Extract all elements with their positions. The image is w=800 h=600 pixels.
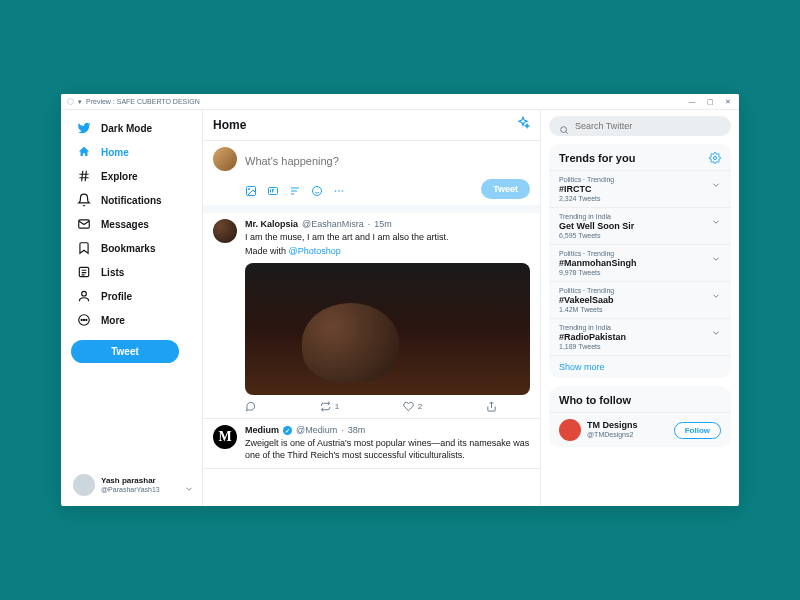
chevron-down-icon[interactable]: [711, 287, 721, 297]
account-avatar: [73, 474, 95, 496]
chevron-down-icon[interactable]: [711, 176, 721, 186]
trend-item[interactable]: Trending in IndiaGet Well Soon Sir6,595 …: [549, 207, 731, 244]
more-icon: [77, 313, 91, 327]
show-more-link[interactable]: Show more: [549, 355, 731, 378]
trend-item[interactable]: Politics · Trending#IRCTC2,324 Tweets: [549, 170, 731, 207]
sidebar-item-label: Profile: [101, 291, 132, 302]
twitter-logo-icon: [77, 121, 91, 135]
svg-point-4: [81, 319, 82, 320]
tweet-media[interactable]: [245, 263, 530, 395]
sidebar-item-home[interactable]: Home: [71, 140, 196, 164]
main-column: Home Tweet: [203, 110, 541, 506]
sidebar-item-lists[interactable]: Lists: [71, 260, 196, 284]
sidebar-item-bookmarks[interactable]: Bookmarks: [71, 236, 196, 260]
sidebar-item-label: Home: [101, 147, 129, 158]
trends-title: Trends for you: [559, 152, 635, 164]
sidebar-item-notifications[interactable]: Notifications: [71, 188, 196, 212]
minimize-icon[interactable]: —: [687, 97, 697, 107]
trends-panel: Trends for you Politics · Trending#IRCTC…: [549, 144, 731, 378]
retweet-button[interactable]: 1: [320, 401, 339, 412]
svg-point-10: [313, 187, 322, 196]
account-switcher[interactable]: Yash parashar @ParasharYash13: [71, 470, 196, 500]
follow-name: TM Designs: [587, 421, 668, 431]
sidebar-tweet-button[interactable]: Tweet: [71, 340, 179, 363]
chevron-down-icon[interactable]: [711, 250, 721, 260]
sidebar-item-label: Explore: [101, 171, 138, 182]
hash-icon: [77, 169, 91, 183]
svg-point-8: [248, 188, 250, 190]
share-icon: [486, 401, 497, 412]
tweet[interactable]: Mr. Kalopsia @EashanMisra · 15m I am the…: [203, 213, 540, 419]
titlebar: ▾ Preview : SAFE CUBERTO DESIGN — ▢ ✕: [61, 94, 739, 110]
like-button[interactable]: 2: [403, 401, 422, 412]
account-name: Yash parashar: [101, 477, 178, 486]
sidebar: Dark Mode Home Explore Notifications Mes…: [61, 110, 203, 506]
follow-handle: @TMDesigns2: [587, 431, 668, 439]
svg-point-11: [335, 190, 337, 192]
image-icon[interactable]: [245, 183, 257, 195]
dark-mode-toggle[interactable]: Dark Mode: [71, 116, 196, 140]
sidebar-item-profile[interactable]: Profile: [71, 284, 196, 308]
trend-item[interactable]: Politics · Trending#ManmohanSingh9,978 T…: [549, 244, 731, 281]
compose-tweet-button[interactable]: Tweet: [481, 179, 530, 199]
sparkle-icon[interactable]: [516, 116, 530, 134]
sidebar-item-explore[interactable]: Explore: [71, 164, 196, 188]
tweet-time: 38m: [348, 425, 366, 435]
retweet-icon: [320, 401, 331, 412]
share-button[interactable]: [486, 401, 497, 412]
compose-input[interactable]: [245, 147, 530, 171]
close-dot-icon[interactable]: [67, 98, 74, 105]
svg-point-5: [83, 319, 84, 320]
dark-mode-label: Dark Mode: [101, 123, 152, 134]
page-title: Home: [213, 118, 246, 132]
tweet-avatar: [213, 219, 237, 243]
maximize-icon[interactable]: ▢: [705, 97, 715, 107]
poll-icon[interactable]: [289, 183, 301, 195]
tweet-text-2: Made with @Photoshop: [245, 245, 530, 257]
tweet-text: Zweigelt is one of Austria's most popula…: [245, 437, 530, 461]
sidebar-item-messages[interactable]: Messages: [71, 212, 196, 236]
reply-button[interactable]: [245, 401, 256, 412]
who-to-follow-panel: Who to follow TM Designs @TMDesigns2 Fol…: [549, 386, 731, 447]
chevron-down-icon[interactable]: [711, 324, 721, 334]
mention-link[interactable]: @Photoshop: [289, 246, 341, 256]
window-title: Preview : SAFE CUBERTO DESIGN: [86, 98, 200, 105]
follow-button[interactable]: Follow: [674, 422, 721, 439]
tweet-author-handle: @EashanMisra: [302, 219, 364, 229]
gear-icon[interactable]: [709, 152, 721, 164]
sidebar-item-more[interactable]: More: [71, 308, 196, 332]
verified-icon: [283, 426, 292, 435]
compose-avatar: [213, 147, 237, 171]
compose-box: Tweet: [203, 141, 540, 213]
more-compose-icon[interactable]: [333, 183, 345, 195]
bell-icon: [77, 193, 91, 207]
tweet[interactable]: M Medium @Medium · 38m Zweigelt is one o…: [203, 419, 540, 468]
heart-icon: [403, 401, 414, 412]
emoji-icon[interactable]: [311, 183, 323, 195]
tweet-author-handle: @Medium: [296, 425, 337, 435]
reply-icon: [245, 401, 256, 412]
wtf-title: Who to follow: [559, 394, 631, 406]
home-icon: [77, 145, 91, 159]
follow-suggestion[interactable]: TM Designs @TMDesigns2 Follow: [549, 412, 731, 447]
tweet-author-name: Mr. Kalopsia: [245, 219, 298, 229]
close-icon[interactable]: ✕: [723, 97, 733, 107]
sidebar-item-label: Notifications: [101, 195, 162, 206]
follow-avatar: [559, 419, 581, 441]
sidebar-item-label: More: [101, 315, 125, 326]
chevron-down-icon: [184, 480, 194, 490]
trend-item[interactable]: Trending in India#RadioPakistan1,189 Twe…: [549, 318, 731, 355]
gif-icon[interactable]: [267, 183, 279, 195]
trend-item[interactable]: Politics · Trending#VakeelSaab1.42M Twee…: [549, 281, 731, 318]
search-icon: [559, 121, 569, 131]
bookmark-icon: [77, 241, 91, 255]
chevron-down-icon[interactable]: [711, 213, 721, 223]
svg-point-15: [714, 157, 717, 160]
right-column: Trends for you Politics · Trending#IRCTC…: [541, 110, 739, 506]
svg-point-13: [342, 190, 344, 192]
search-input[interactable]: [575, 121, 721, 131]
search-box[interactable]: [549, 116, 731, 136]
svg-point-12: [338, 190, 340, 192]
tweet-text: I am the muse, I am the art and I am als…: [245, 231, 530, 243]
account-handle: @ParasharYash13: [101, 486, 178, 494]
